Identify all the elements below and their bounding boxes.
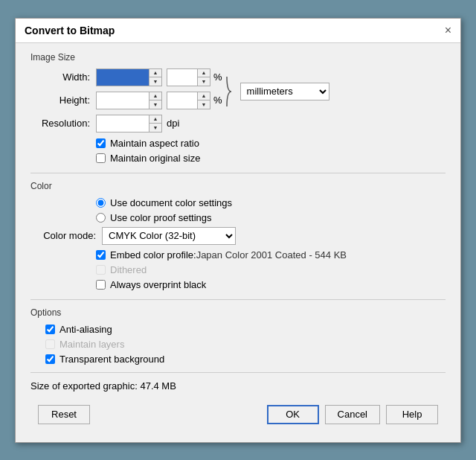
dithered-row: Dithered — [96, 264, 446, 275]
options-section: Options Anti-aliasing Maintain layers Tr… — [30, 307, 446, 365]
radio-proof-label: Use color proof settings — [110, 212, 212, 223]
radio-proof[interactable] — [96, 213, 106, 223]
resolution-row: Resolution: 300 ▲ ▼ dpi — [30, 115, 446, 132]
anti-aliasing-checkbox[interactable] — [45, 325, 55, 334]
radio-document-row: Use document color settings — [96, 197, 446, 208]
maintain-original-row: Maintain original size — [96, 153, 446, 164]
maintain-original-label: Maintain original size — [110, 153, 200, 164]
height-spin-down[interactable]: ▼ — [149, 100, 161, 109]
height-input-spin: 246,211 ▲ ▼ — [96, 92, 162, 109]
transparent-bg-label: Transparent background — [60, 354, 164, 365]
resolution-input-spin: 300 ▲ ▼ — [96, 115, 162, 132]
image-size-section: Image Size Width: 289,306 ▲ ▼ — [30, 52, 446, 164]
maintain-aspect-checkbox[interactable] — [96, 138, 106, 148]
color-section-label: Color — [30, 181, 446, 191]
transparent-bg-row: Transparent background — [45, 354, 446, 365]
divider-1 — [30, 173, 446, 173]
embed-profile-label: Embed color profile: — [110, 249, 196, 261]
embed-profile-value: Japan Color 2001 Coated - 544 KB — [196, 249, 347, 261]
resolution-spin-down[interactable]: ▼ — [149, 124, 161, 132]
resolution-input[interactable]: 300 — [97, 115, 149, 132]
right-buttons: OK Cancel Help — [267, 405, 438, 424]
maintain-original-checkbox[interactable] — [96, 153, 106, 163]
divider-3 — [30, 372, 446, 373]
divider-2 — [30, 299, 446, 300]
overprint-checkbox[interactable] — [96, 280, 106, 290]
width-label: Width: — [30, 71, 90, 83]
width-height-group: Width: 289,306 ▲ ▼ 100 — [30, 68, 446, 115]
height-percent-spin: 100 ▲ ▼ — [167, 92, 210, 109]
height-percent-down[interactable]: ▼ — [198, 100, 210, 109]
embed-profile-checkbox[interactable] — [96, 250, 106, 260]
width-height-fields: Width: 289,306 ▲ ▼ 100 — [30, 68, 222, 115]
resolution-spin-buttons: ▲ ▼ — [149, 115, 161, 132]
width-spin-up[interactable]: ▲ — [149, 69, 161, 77]
dithered-checkbox — [96, 265, 106, 275]
color-mode-select[interactable]: CMYK Color (32-bit) RGB Color (24-bit) G… — [102, 227, 236, 245]
resolution-spin-up[interactable]: ▲ — [149, 115, 161, 124]
anti-aliasing-row: Anti-aliasing — [45, 324, 446, 335]
height-percent-symbol: % — [213, 95, 222, 106]
radio-document-label: Use document color settings — [110, 197, 232, 208]
width-percent-up[interactable]: ▲ — [198, 69, 210, 77]
cancel-button[interactable]: Cancel — [325, 405, 380, 424]
height-spin-buttons: ▲ ▼ — [149, 92, 161, 109]
height-percent-buttons: ▲ ▼ — [197, 92, 210, 109]
image-size-label: Image Size — [30, 52, 446, 63]
width-row: Width: 289,306 ▲ ▼ 100 — [30, 68, 222, 86]
width-spin-buttons: ▲ ▼ — [149, 69, 161, 86]
width-percent-symbol: % — [213, 71, 222, 83]
convert-to-bitmap-dialog: Convert to Bitmap × Image Size Width: 28… — [15, 18, 461, 443]
maintain-aspect-label: Maintain aspect ratio — [110, 138, 199, 149]
close-button[interactable]: × — [445, 25, 451, 36]
height-row: Height: 246,211 ▲ ▼ 100 — [30, 92, 222, 109]
maintain-layers-row: Maintain layers — [45, 339, 446, 350]
color-section: Color Use document color settings Use co… — [30, 181, 446, 290]
height-percent-up[interactable]: ▲ — [198, 92, 210, 100]
link-brace — [225, 71, 236, 112]
size-info: Size of exported graphic: 47.4 MB — [30, 380, 446, 392]
color-mode-label: Color mode: — [38, 230, 96, 241]
height-spin-up[interactable]: ▲ — [149, 92, 161, 100]
title-bar: Convert to Bitmap × — [16, 19, 460, 43]
dialog-title: Convert to Bitmap — [25, 25, 115, 36]
options-section-label: Options — [30, 307, 446, 318]
radio-document[interactable] — [96, 198, 106, 208]
help-button[interactable]: Help — [386, 405, 438, 424]
width-percent-group: 100 ▲ ▼ % — [167, 68, 222, 86]
embed-profile-row: Embed color profile: Japan Color 2001 Co… — [96, 249, 446, 261]
radio-proof-row: Use color proof settings — [96, 212, 446, 223]
width-input[interactable]: 289,306 — [97, 69, 149, 86]
unit-select[interactable]: millimeters pixels inches centimeters — [240, 83, 329, 100]
brace-icon — [225, 74, 236, 109]
anti-aliasing-label: Anti-aliasing — [60, 324, 112, 335]
width-spin-down[interactable]: ▼ — [149, 77, 161, 86]
button-row: Reset OK Cancel Help — [30, 399, 446, 433]
height-percent-group: 100 ▲ ▼ % — [167, 92, 222, 109]
width-percent-spin: 100 ▲ ▼ — [167, 68, 210, 86]
maintain-layers-checkbox — [45, 339, 55, 349]
width-input-spin: 289,306 ▲ ▼ — [96, 68, 162, 86]
width-percent-input[interactable]: 100 — [167, 69, 197, 86]
maintain-aspect-row: Maintain aspect ratio — [96, 138, 446, 149]
maintain-layers-label: Maintain layers — [60, 339, 124, 350]
unit-wrapper: millimeters pixels inches centimeters — [240, 83, 329, 100]
overprint-row: Always overprint black — [96, 279, 446, 290]
width-percent-down[interactable]: ▼ — [198, 77, 210, 86]
height-input[interactable]: 246,211 — [97, 92, 149, 109]
dpi-label: dpi — [167, 118, 179, 129]
height-label: Height: — [30, 95, 90, 106]
width-percent-buttons: ▲ ▼ — [197, 69, 210, 86]
overprint-label: Always overprint black — [110, 279, 206, 290]
transparent-bg-checkbox[interactable] — [45, 354, 55, 364]
reset-button[interactable]: Reset — [38, 405, 90, 424]
height-percent-input[interactable]: 100 — [167, 92, 197, 109]
resolution-label: Resolution: — [30, 118, 90, 129]
dialog-body: Image Size Width: 289,306 ▲ ▼ — [16, 43, 460, 442]
dithered-label: Dithered — [110, 264, 147, 275]
ok-button[interactable]: OK — [267, 405, 319, 424]
color-mode-row: Color mode: CMYK Color (32-bit) RGB Colo… — [38, 227, 446, 245]
